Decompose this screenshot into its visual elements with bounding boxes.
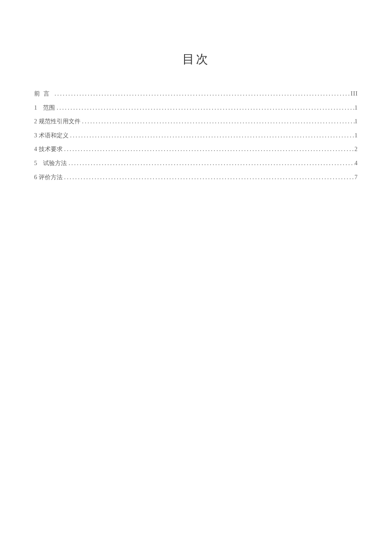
- toc-entry-label: 3 术语和定义: [34, 131, 69, 140]
- toc-leader-dots: [53, 90, 351, 98]
- toc-entry: 4 技术要求2: [34, 145, 358, 154]
- toc-entry: 3 术语和定义1: [34, 131, 358, 140]
- toc-entry-number: 4: [34, 145, 37, 154]
- toc-entry-page: 1: [355, 104, 358, 112]
- toc-entry-number: 6: [34, 173, 37, 182]
- toc-entry-label: 6 评价方法: [34, 173, 63, 182]
- toc-entry: 5试验方法4: [34, 159, 358, 168]
- document-page: 目次 前言III1范围12 规范性引用文件13 术语和定义14 技术要求25试验…: [0, 0, 392, 181]
- toc-entry-number: 1: [34, 104, 37, 112]
- toc-leader-dots: [63, 145, 355, 154]
- toc-entry-page: 2: [355, 145, 358, 154]
- toc-entry-label: 前言: [34, 90, 53, 98]
- toc-entry: 2 规范性引用文件1: [34, 117, 358, 126]
- toc-entry-number: 3: [34, 131, 37, 140]
- toc-entry-page: 1: [355, 131, 358, 140]
- toc-entry-page: 1: [355, 117, 358, 126]
- toc-entry-text: 技术要求: [39, 145, 63, 154]
- toc-entry-label: 4 技术要求: [34, 145, 63, 154]
- toc-entry-page: III: [351, 90, 358, 98]
- toc-leader-dots: [63, 173, 355, 182]
- toc-entry-text: 范围: [43, 104, 55, 112]
- toc-entry-label: 5试验方法: [34, 159, 67, 168]
- toc-entry-text: 术语和定义: [39, 131, 69, 140]
- toc-entry: 前言III: [34, 90, 358, 98]
- toc-entry-label: 2 规范性引用文件: [34, 117, 81, 126]
- toc-leader-dots: [69, 131, 355, 140]
- toc-entry-page: 4: [355, 159, 358, 168]
- toc-leader-dots: [67, 159, 355, 168]
- toc-entry-text: 前言: [34, 90, 53, 98]
- toc-entry-number: 5: [34, 159, 37, 168]
- toc-entry-number: 2: [34, 117, 37, 126]
- toc-entry-text: 试验方法: [43, 159, 67, 168]
- toc-leader-dots: [55, 104, 355, 112]
- table-of-contents: 前言III1范围12 规范性引用文件13 术语和定义14 技术要求25试验方法4…: [34, 90, 358, 181]
- toc-leader-dots: [81, 117, 355, 126]
- toc-entry-text: 规范性引用文件: [39, 117, 81, 126]
- toc-title: 目次: [34, 51, 358, 67]
- toc-entry-page: 7: [355, 173, 358, 182]
- toc-entry-label: 1范围: [34, 104, 55, 112]
- toc-entry: 1范围1: [34, 104, 358, 112]
- toc-entry: 6 评价方法7: [34, 173, 358, 182]
- toc-entry-text: 评价方法: [39, 173, 63, 182]
